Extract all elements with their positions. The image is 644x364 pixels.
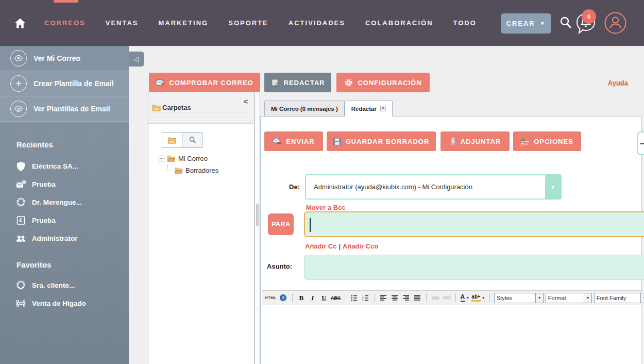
menu-item-actividades[interactable]: ACTIVIDADES [285, 16, 348, 30]
numbered-list-button[interactable]: 123 [361, 293, 370, 303]
svg-text:?: ? [282, 295, 284, 301]
recent-item-electrica[interactable]: Eléctrica SA... [0, 160, 129, 172]
underline-button[interactable]: U [319, 293, 329, 303]
tab-mi-correo[interactable]: Mi Correo (0 mensajes ) [264, 101, 345, 117]
sidebar-item-label: Ver Mi Correo [33, 54, 80, 62]
styles-select-value: Styles [495, 295, 535, 301]
main-menu: CORREOS VENTAS MARKETING SOPORTE ACTIVID… [41, 0, 494, 46]
align-justify-button[interactable] [413, 293, 422, 303]
folders-collapse-button[interactable]: < [244, 97, 248, 106]
configuracion-button[interactable]: CONFIGURACIÓN [336, 73, 430, 92]
enviar-button[interactable]: ENVIAR [264, 131, 323, 151]
font-family-select[interactable]: Font Family ▼ [594, 293, 644, 303]
adjuntar-button[interactable]: ADJUNTAR [440, 131, 510, 151]
notification-count: 0 [587, 13, 590, 20]
folder-node-mi-correo[interactable]: − Mi Correo [159, 153, 218, 163]
burst-icon [15, 280, 26, 291]
notification-badge: 0 [582, 9, 596, 24]
folders-title: Carpetas [152, 104, 191, 111]
highlight-color-button[interactable]: ab‣ ▼ [471, 293, 485, 303]
folders-search-tab[interactable] [182, 132, 202, 148]
strikethrough-button[interactable]: ABC [331, 293, 341, 303]
redactar-button[interactable]: REDACTAR [264, 73, 331, 92]
anadir-cco-link[interactable]: Añadir Cco [343, 242, 378, 250]
splitter-handle[interactable] [256, 204, 259, 226]
align-right-button[interactable] [401, 293, 411, 303]
search-button[interactable] [558, 15, 573, 30]
guardar-borrador-button[interactable]: GUARDAR BORRADOR [327, 131, 436, 151]
menu-item-soporte[interactable]: SOPORTE [225, 16, 272, 30]
de-label: De: [283, 183, 300, 191]
burst-icon [15, 197, 26, 208]
recent-item-dr-merengue[interactable]: Dr. Merengue... [0, 196, 129, 208]
recent-item-prueba-invoice[interactable]: £ Prueba [0, 214, 129, 226]
folders-title-label: Carpetas [162, 104, 191, 111]
close-icon[interactable]: × [380, 106, 386, 111]
tree-collapse-icon[interactable]: − [159, 156, 164, 161]
crear-button[interactable]: CREAR ▼ [501, 13, 551, 34]
menu-item-colaboracion[interactable]: COLABORACIÓN [362, 16, 436, 30]
message-body-editor[interactable] [262, 305, 642, 364]
recent-item-prueba-email[interactable]: Prueba [0, 178, 129, 190]
gear-icon [344, 78, 353, 87]
text-color-button[interactable]: A ▼ [460, 293, 469, 303]
svg-text:3: 3 [362, 299, 364, 301]
menu-item-ventas[interactable]: VENTAS [103, 16, 142, 30]
align-justify-icon [414, 294, 421, 301]
panel-splitter[interactable] [254, 92, 260, 364]
menu-item-todo[interactable]: TODO [450, 16, 480, 30]
subject-input[interactable] [304, 255, 644, 280]
text-color-glyph: A [461, 294, 465, 302]
bold-button[interactable]: B [297, 293, 306, 303]
para-button[interactable]: PARA [268, 213, 294, 235]
tab-label: Mi Correo (0 mensajes ) [271, 106, 338, 112]
menu-item-correos[interactable]: CORREOS [41, 16, 89, 30]
button-label: ENVIAR [286, 138, 314, 145]
from-select[interactable]: Administrator (ayuda@kiubix.com) - Mi Co… [305, 174, 562, 200]
favorite-item-label: Sra. cliente... [32, 282, 75, 289]
chevron-down-icon: ▼ [540, 21, 546, 26]
align-center-button[interactable] [390, 293, 399, 303]
menu-item-marketing[interactable]: MARKETING [156, 16, 212, 30]
to-input[interactable] [304, 211, 644, 237]
comprobar-correo-button[interactable]: COMPROBAR CORREO [149, 73, 260, 92]
top-nav: CORREOS VENTAS MARKETING SOPORTE ACTIVID… [0, 0, 644, 46]
favorite-item-sra-cliente[interactable]: Sra. cliente... [0, 279, 129, 291]
mover-a-bcc-link[interactable]: Mover a Bcc [306, 204, 346, 211]
recent-item-administrator[interactable]: Administrator [0, 233, 129, 244]
folders-tab[interactable] [162, 132, 182, 148]
send-mail-icon [273, 138, 281, 145]
folder-node-label: Borradores [185, 167, 218, 174]
favoritos-title: Favoritos [0, 260, 129, 269]
opciones-button[interactable]: OPCIONES [513, 131, 581, 151]
app-window: CORREOS VENTAS MARKETING SOPORTE ACTIVID… [0, 0, 644, 364]
remove-link-button[interactable] [442, 293, 451, 303]
button-label: COMPROBAR CORREO [169, 79, 253, 87]
italic-button[interactable]: I [308, 293, 317, 303]
sidebar: Ver Mi Correo + Crear Plantilla de Email… [0, 46, 129, 364]
invoice-icon: £ [15, 215, 26, 226]
bullet-list-button[interactable] [349, 293, 359, 303]
chevron-down-icon: ▼ [545, 175, 561, 198]
tab-redactar[interactable]: Redactar × [345, 101, 393, 117]
favorite-item-venta-higado[interactable]: Venta de Higado [0, 297, 129, 309]
collapsed-side-handle[interactable] [637, 131, 644, 155]
sidebar-item-crear-plantilla[interactable]: + Crear Plantilla de Email [0, 71, 129, 96]
align-left-button[interactable] [379, 293, 388, 303]
home-button[interactable] [14, 17, 26, 29]
sidebar-item-ver-mi-correo[interactable]: Ver Mi Correo [0, 46, 129, 71]
recent-item-label: Prueba [32, 217, 56, 224]
main-area: COMPROBAR CORREO REDACTAR CONFIGURACIÓN … [129, 46, 644, 364]
sidebar-collapse-button[interactable]: ◁ [129, 52, 144, 67]
ayuda-link[interactable]: Ayuda [608, 79, 628, 87]
anadir-cc-link[interactable]: Añadir Cc [305, 242, 336, 250]
sidebar-item-ver-plantillas[interactable]: @ Ver Plantillas de Email [0, 96, 129, 122]
insert-link-button[interactable] [431, 293, 440, 303]
html-source-button[interactable]: HTML [265, 293, 277, 303]
help-button[interactable]: ? [279, 293, 288, 303]
user-avatar-button[interactable] [604, 12, 626, 34]
folder-node-borradores[interactable]: Borradores [167, 165, 218, 175]
button-label: ADJUNTAR [461, 138, 501, 145]
styles-select[interactable]: Styles ▼ [494, 293, 544, 303]
format-select[interactable]: Format ▼ [546, 293, 592, 303]
